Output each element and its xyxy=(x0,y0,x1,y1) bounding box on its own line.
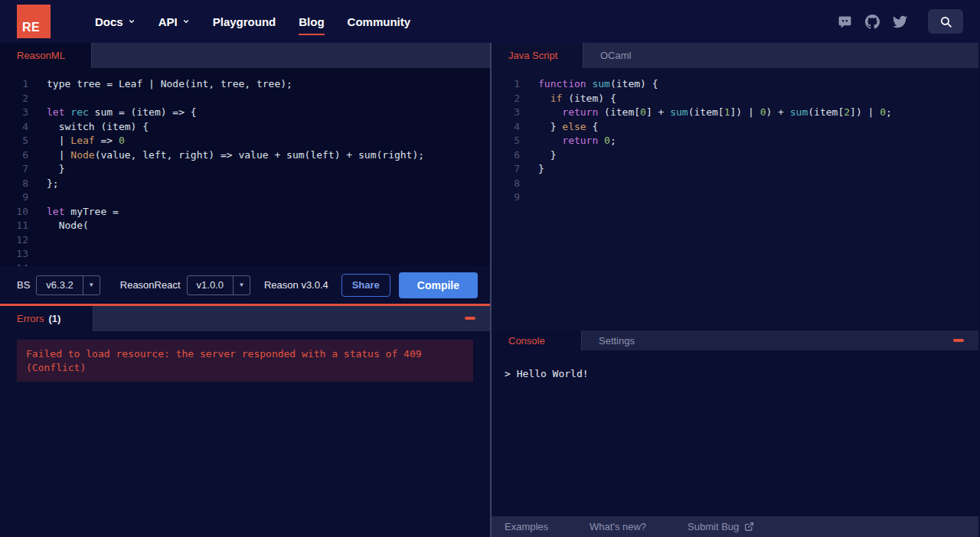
twitter-icon[interactable] xyxy=(893,15,907,29)
collapse-console-icon[interactable] xyxy=(953,339,964,342)
console-output: > Hello World! xyxy=(492,350,978,516)
nav-social-icons xyxy=(838,9,963,34)
code-line: 1function sum(item) { xyxy=(492,77,978,92)
github-icon[interactable] xyxy=(865,15,880,29)
tab-javascript[interactable]: Java Script xyxy=(492,43,583,68)
line-number: 9 xyxy=(0,190,28,205)
code-line: 9 xyxy=(0,190,490,205)
chevron-down-icon xyxy=(182,18,190,25)
bs-label: BS xyxy=(17,279,30,291)
line-number: 9 xyxy=(492,190,520,205)
code-line: 7} xyxy=(492,162,978,177)
reason-logo[interactable]: RE xyxy=(17,5,51,38)
line-number: 2 xyxy=(492,92,520,106)
code-line: 2 xyxy=(0,92,490,106)
code-line: 5 | Leaf => 0 xyxy=(0,134,490,148)
compile-button[interactable]: Compile xyxy=(399,272,478,298)
code-line: 7 } xyxy=(0,162,490,177)
line-number: 5 xyxy=(0,134,28,148)
code-line: 12 xyxy=(0,233,490,248)
code-line: 4 switch (item) { xyxy=(0,120,490,135)
external-link-icon xyxy=(744,522,754,532)
code-line: 2 if (item) { xyxy=(492,92,978,106)
output-pane: Java Script OCaml 1function sum(item) {2… xyxy=(490,43,978,537)
footer-bar: Examples What's new? Submit Bug xyxy=(492,516,978,537)
chevron-down-icon xyxy=(128,18,136,25)
nav-item-api[interactable]: API xyxy=(158,15,190,28)
code-line: 8}; xyxy=(0,177,490,191)
reasonreact-version-select[interactable]: v1.0.0 ▼ xyxy=(187,275,250,295)
reason-editor-pane: ReasonML 1type tree = Leaf | Node(int, t… xyxy=(0,43,490,537)
tab-reasonml[interactable]: ReasonML xyxy=(0,43,92,68)
top-navbar: RE Docs API Playground Blog Community xyxy=(0,0,980,43)
logo-text: RE xyxy=(22,21,40,34)
javascript-output-editor[interactable]: 1function sum(item) {2 if (item) {3 retu… xyxy=(492,68,978,330)
code-line: 3let rec sum = (item) => { xyxy=(0,106,490,120)
compile-toolbar: BS v6.3.2 ▼ ReasonReact v1.0.0 ▼ Reason … xyxy=(0,266,490,304)
line-number: 12 xyxy=(0,233,28,248)
line-number: 2 xyxy=(0,92,28,106)
error-count-badge: (1) xyxy=(48,313,60,324)
code-line: 5 return 0; xyxy=(492,134,978,148)
line-number: 10 xyxy=(0,205,28,220)
code-line: 13 xyxy=(0,247,490,262)
code-line: 6 | Node(value, left, right) => value + … xyxy=(0,148,490,163)
line-number: 8 xyxy=(0,177,28,191)
line-number: 7 xyxy=(492,162,520,177)
code-line: 1type tree = Leaf | Node(int, tree, tree… xyxy=(0,77,490,92)
line-number: 3 xyxy=(0,106,28,120)
line-number: 11 xyxy=(0,219,28,233)
error-message: Failed to load resource: the server resp… xyxy=(17,340,473,382)
left-tabbar: ReasonML xyxy=(0,43,490,68)
errors-tabbar: Errors (1) xyxy=(0,306,490,331)
code-line: 6 } xyxy=(492,148,978,163)
chevron-down-icon: ▼ xyxy=(83,276,100,295)
console-log-line: > Hello World! xyxy=(505,368,589,379)
main-area: ReasonML 1type tree = Leaf | Node(int, t… xyxy=(0,43,980,537)
reason-code-editor[interactable]: 1type tree = Leaf | Node(int, tree, tree… xyxy=(0,68,490,266)
nav-item-docs[interactable]: Docs xyxy=(95,15,136,28)
nav-item-blog[interactable]: Blog xyxy=(299,15,324,28)
errors-panel: Failed to load resource: the server resp… xyxy=(0,331,490,537)
code-line: 8 xyxy=(492,177,978,191)
line-number: 6 xyxy=(492,148,520,163)
line-number: 4 xyxy=(0,120,28,135)
nav-item-community[interactable]: Community xyxy=(348,15,411,28)
console-tabbar: Console Settings xyxy=(492,330,978,350)
line-number: 5 xyxy=(492,134,520,148)
nav-links: Docs API Playground Blog Community xyxy=(95,15,410,28)
code-line: 3 return (item[0] + sum(item[1]) | 0) + … xyxy=(492,106,978,120)
reasonreact-label: ReasonReact xyxy=(120,279,181,291)
reason-version-label: Reason v3.0.4 xyxy=(264,279,328,291)
line-number: 7 xyxy=(0,162,28,177)
collapse-errors-icon[interactable] xyxy=(465,317,475,320)
footer-link-submit-bug[interactable]: Submit Bug xyxy=(688,521,754,532)
line-number: 4 xyxy=(492,120,520,135)
line-number: 1 xyxy=(0,77,28,92)
code-line: 11 Node( xyxy=(0,219,490,233)
tab-errors[interactable]: Errors (1) xyxy=(0,306,93,331)
line-number: 13 xyxy=(0,247,28,262)
code-line: 10let myTree = xyxy=(0,205,490,220)
code-line: 9 xyxy=(492,190,978,205)
code-line: 4 } else { xyxy=(492,120,978,135)
playground-app: RE Docs API Playground Blog Community xyxy=(0,0,980,537)
footer-link-examples[interactable]: Examples xyxy=(505,521,548,532)
tab-settings[interactable]: Settings xyxy=(582,330,672,350)
nav-item-playground[interactable]: Playground xyxy=(213,15,276,28)
search-button[interactable] xyxy=(928,9,963,34)
line-number: 8 xyxy=(492,177,520,191)
line-number: 3 xyxy=(492,106,520,120)
chevron-down-icon: ▼ xyxy=(233,276,250,295)
search-icon xyxy=(939,15,952,28)
tab-console[interactable]: Console xyxy=(492,330,582,350)
tab-ocaml[interactable]: OCaml xyxy=(583,43,675,68)
footer-link-whats-new[interactable]: What's new? xyxy=(590,521,646,532)
bs-version-select[interactable]: v6.3.2 ▼ xyxy=(36,275,100,295)
discord-icon[interactable] xyxy=(838,15,852,29)
right-tabbar: Java Script OCaml xyxy=(492,43,978,68)
share-button[interactable]: Share xyxy=(341,274,390,297)
line-number: 6 xyxy=(0,148,28,163)
line-number: 1 xyxy=(492,77,520,92)
